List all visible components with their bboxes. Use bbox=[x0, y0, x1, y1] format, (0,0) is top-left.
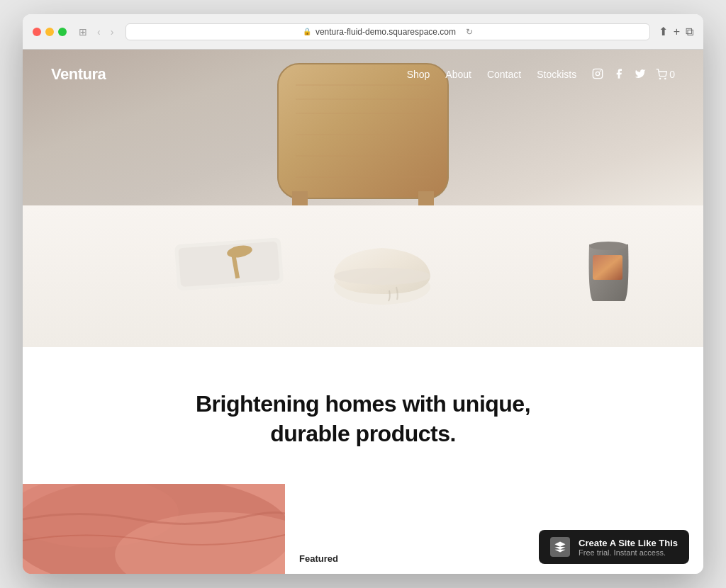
tabs-icon[interactable]: ⧉ bbox=[686, 26, 693, 38]
headline-line1: Brightening homes with unique, bbox=[196, 391, 530, 417]
text-section: Brightening homes with unique, durable p… bbox=[23, 347, 703, 484]
forward-button[interactable]: › bbox=[107, 25, 118, 39]
cloth-svg bbox=[172, 227, 293, 298]
svg-point-3 bbox=[660, 78, 661, 79]
facebook-icon[interactable] bbox=[613, 68, 625, 81]
share-icon[interactable]: ⬆ bbox=[659, 25, 668, 38]
fullscreen-button[interactable] bbox=[58, 28, 67, 36]
traffic-lights bbox=[33, 28, 67, 36]
create-site-text: Create A Site Like This Free trial. Inst… bbox=[579, 538, 678, 557]
featured-art bbox=[23, 484, 285, 574]
svg-point-1 bbox=[596, 72, 600, 75]
close-button[interactable] bbox=[33, 28, 41, 36]
browser-window: ⊞ ‹ › 🔒 ventura-fluid-demo.squarespace.c… bbox=[23, 14, 703, 574]
minimize-button[interactable] bbox=[45, 28, 54, 36]
svg-point-21 bbox=[589, 242, 627, 250]
site-logo[interactable]: Ventura bbox=[51, 65, 106, 84]
back-button[interactable]: ‹ bbox=[94, 25, 104, 39]
cart-count: 0 bbox=[669, 69, 675, 80]
featured-image-bg bbox=[23, 484, 285, 574]
nav-link-shop[interactable]: Shop bbox=[407, 69, 430, 80]
url-text: ventura-fluid-demo.squarespace.com bbox=[315, 27, 456, 37]
svg-point-19 bbox=[334, 268, 430, 285]
browser-chrome: ⊞ ‹ › 🔒 ventura-fluid-demo.squarespace.c… bbox=[23, 14, 703, 50]
bowl-svg bbox=[329, 230, 435, 308]
reload-icon[interactable]: ↻ bbox=[466, 27, 473, 37]
lock-icon: 🔒 bbox=[303, 28, 311, 35]
browser-controls: ⊞ ‹ › bbox=[75, 25, 117, 39]
nav-link-about[interactable]: About bbox=[445, 69, 471, 80]
squarespace-logo-icon bbox=[550, 537, 570, 557]
featured-image bbox=[23, 484, 285, 574]
instagram-icon[interactable] bbox=[592, 68, 603, 81]
site-nav: Ventura Shop About Contact Stockists bbox=[23, 50, 703, 99]
nav-link-stockists[interactable]: Stockists bbox=[537, 69, 576, 80]
create-site-banner[interactable]: Create A Site Like This Free trial. Inst… bbox=[539, 530, 689, 564]
bottom-right: Featured Create A Site Like This Free tr… bbox=[285, 484, 703, 574]
twitter-icon[interactable] bbox=[635, 68, 646, 81]
featured-label: Featured bbox=[299, 553, 338, 564]
cup-svg bbox=[582, 237, 635, 308]
cart-link[interactable]: 0 bbox=[656, 69, 675, 80]
nav-icons: 0 bbox=[592, 68, 675, 81]
main-headline: Brightening homes with unique, durable p… bbox=[51, 390, 675, 448]
headline-line2: durable products. bbox=[270, 421, 456, 446]
svg-point-2 bbox=[601, 71, 601, 72]
create-site-subtitle: Free trial. Instant access. bbox=[579, 548, 678, 557]
new-tab-icon[interactable]: + bbox=[674, 26, 680, 38]
page-wrapper: Ventura Shop About Contact Stockists bbox=[23, 50, 703, 574]
svg-point-4 bbox=[665, 78, 666, 79]
browser-actions: ⬆ + ⧉ bbox=[659, 25, 693, 38]
svg-rect-20 bbox=[593, 255, 622, 280]
bottom-section: Featured Create A Site Like This Free tr… bbox=[23, 484, 703, 574]
nav-right: Shop About Contact Stockists bbox=[407, 68, 675, 81]
sidebar-toggle-icon[interactable]: ⊞ bbox=[75, 25, 91, 39]
svg-rect-15 bbox=[178, 242, 279, 288]
nav-link-contact[interactable]: Contact bbox=[487, 69, 521, 80]
svg-rect-0 bbox=[593, 69, 603, 78]
create-site-title: Create A Site Like This bbox=[579, 538, 678, 548]
address-bar[interactable]: 🔒 ventura-fluid-demo.squarespace.com ↻ bbox=[125, 23, 649, 40]
